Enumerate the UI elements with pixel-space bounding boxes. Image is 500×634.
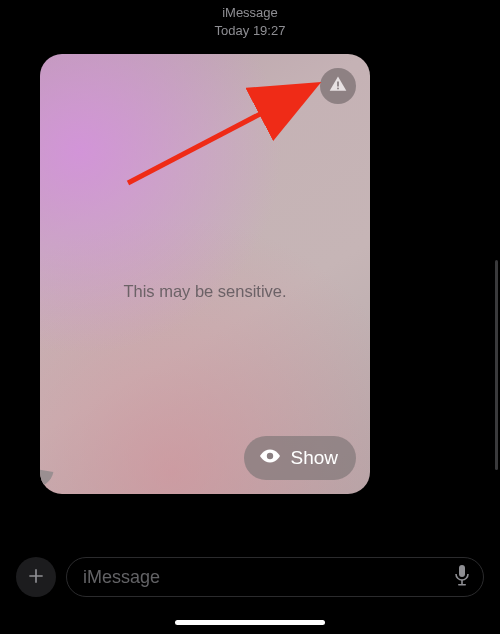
- warning-icon: [328, 74, 348, 98]
- svg-rect-1: [337, 88, 339, 90]
- attach-button[interactable]: [16, 557, 56, 597]
- sensitive-content-label: This may be sensitive.: [40, 282, 370, 301]
- eye-icon: [258, 444, 282, 473]
- mic-icon: [453, 564, 471, 591]
- incoming-message-bubble[interactable]: This may be sensitive. Show: [40, 54, 370, 494]
- thread-header: iMessage Today 19:27: [0, 0, 500, 39]
- message-placeholder: iMessage: [83, 567, 453, 588]
- svg-rect-5: [461, 580, 463, 584]
- show-button[interactable]: Show: [244, 436, 356, 480]
- sensitive-warning-button[interactable]: [320, 68, 356, 104]
- svg-rect-4: [459, 565, 465, 577]
- message-input[interactable]: iMessage: [66, 557, 484, 597]
- home-indicator[interactable]: [175, 620, 325, 625]
- compose-bar: iMessage: [0, 554, 500, 600]
- svg-rect-0: [337, 82, 339, 87]
- svg-rect-6: [458, 584, 466, 586]
- service-label: iMessage: [0, 4, 500, 22]
- dictation-button[interactable]: [453, 564, 471, 591]
- timestamp-label: Today 19:27: [0, 22, 500, 40]
- svg-point-2: [267, 452, 273, 458]
- show-button-label: Show: [290, 447, 338, 469]
- plus-icon: [26, 562, 46, 593]
- scrollbar[interactable]: [495, 260, 498, 470]
